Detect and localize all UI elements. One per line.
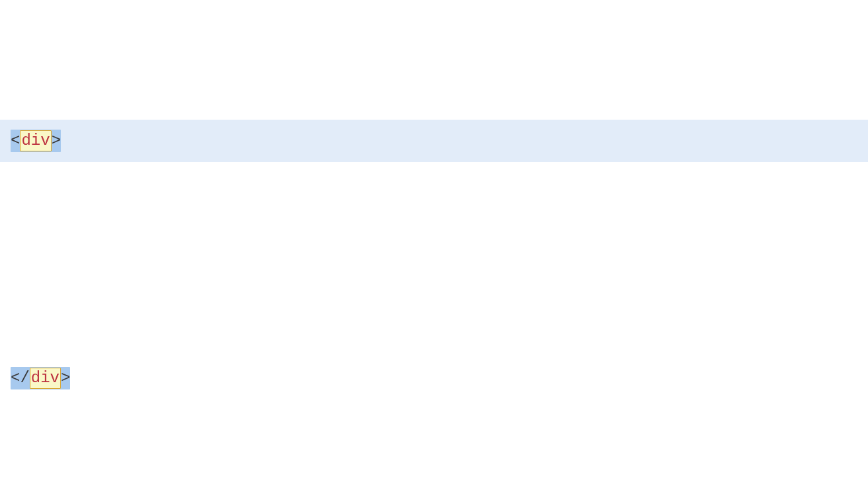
tag-name-div: div	[31, 369, 60, 387]
code-line-2[interactable]: </div>	[0, 357, 868, 399]
angle-slash-open: </	[11, 369, 30, 387]
blank-line[interactable]	[0, 238, 868, 280]
angle-close: >	[52, 132, 61, 149]
selected-tag-close: </div>	[11, 367, 70, 389]
blank-line[interactable]	[0, 475, 868, 488]
code-line-1[interactable]: <div>	[0, 120, 868, 162]
matched-tag-name: div	[30, 368, 61, 389]
angle-close: >	[61, 369, 70, 387]
code-block[interactable]: <div> </div> <script> function alpineDat…	[0, 44, 868, 488]
matched-tag-name: div	[20, 130, 51, 151]
tag-name-div: div	[21, 132, 50, 149]
angle-open: <	[11, 132, 20, 149]
selected-tag-open: <div>	[11, 130, 61, 152]
